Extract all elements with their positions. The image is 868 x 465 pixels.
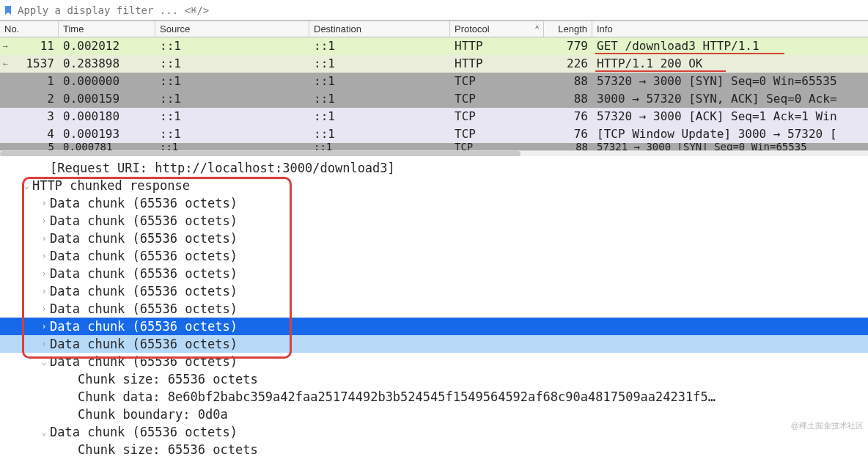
column-header-length[interactable]: Length <box>544 21 592 37</box>
cell-destination: ::1 <box>309 108 450 125</box>
bookmark-icon[interactable] <box>3 5 13 15</box>
tree-item-data-chunk[interactable]: › Data chunk (65536 octets) <box>0 282 868 300</box>
chevron-right-icon: › <box>38 247 50 265</box>
tree-item-chunked-response[interactable]: ⌄ HTTP chunked response <box>0 177 868 194</box>
tree-label: Data chunk (65536 octets) <box>50 423 238 441</box>
tree-item-request-uri[interactable]: [Request URI: http://localhost:3000/down… <box>0 159 868 177</box>
tree-label: Chunk data: 8e60bf2babc359a42faa25174492… <box>78 388 716 406</box>
tree-item-chunk-size[interactable]: Chunk size: 65536 octets <box>0 441 868 458</box>
packet-list-body[interactable]: → 11 0.002012 ::1 ::1 HTTP 779 GET /down… <box>0 37 868 150</box>
tree-item-data-chunk[interactable]: › Data chunk (65536 octets) <box>0 247 868 265</box>
tree-label: Chunk boundary: 0d0a <box>78 406 228 423</box>
tree-item-data-chunk[interactable]: › Data chunk (65536 octets) <box>0 212 868 230</box>
column-header-time[interactable]: Time <box>59 21 155 37</box>
cell-protocol: TCP <box>450 125 544 143</box>
cell-protocol: TCP <box>450 143 544 150</box>
chevron-right-icon: › <box>38 265 50 282</box>
cell-time: 0.000781 <box>59 143 155 150</box>
cell-protocol: HTTP <box>450 55 544 73</box>
tree-item-data-chunk-selected[interactable]: › Data chunk (65536 octets) <box>0 318 868 335</box>
cell-source: ::1 <box>155 37 309 55</box>
column-header-info[interactable]: Info <box>592 21 868 37</box>
annotation-underline <box>595 53 784 54</box>
cell-info: 3000 → 57320 [SYN, ACK] Seq=0 Ack= <box>592 90 868 108</box>
tree-item-data-chunk[interactable]: › Data chunk (65536 octets) <box>0 335 868 353</box>
tree-label: Data chunk (65536 octets) <box>50 265 238 282</box>
cell-time: 0.002012 <box>59 37 155 55</box>
tree-item-chunk-boundary[interactable]: Chunk boundary: 0d0a <box>0 406 868 423</box>
tree-item-data-chunk[interactable]: › Data chunk (65536 octets) <box>0 300 868 318</box>
chevron-down-icon: ⌄ <box>21 177 32 194</box>
cell-time: 0.000159 <box>59 90 155 108</box>
cell-length: 88 <box>544 143 592 150</box>
column-header-source[interactable]: Source <box>155 21 309 37</box>
cell-protocol: TCP <box>450 73 544 90</box>
tree-item-data-chunk-open[interactable]: ⌄ Data chunk (65536 octets) <box>0 353 868 370</box>
tree-item-data-chunk[interactable]: › Data chunk (65536 octets) <box>0 265 868 282</box>
cell-source: ::1 <box>155 108 309 125</box>
cell-destination: ::1 <box>309 143 450 150</box>
scrollbar-thumb[interactable] <box>0 151 521 156</box>
tree-label: Data chunk (65536 octets) <box>50 230 238 247</box>
chevron-down-icon: ⌄ <box>38 353 50 370</box>
tree-label: Data chunk (65536 octets) <box>50 300 238 318</box>
display-filter-input[interactable] <box>16 0 865 20</box>
cell-source: ::1 <box>155 73 309 90</box>
cell-no: 5 <box>10 143 59 150</box>
cell-protocol: TCP <box>450 108 544 125</box>
tree-item-data-chunk-open[interactable]: ⌄ Data chunk (65536 octets) <box>0 423 868 441</box>
cell-source: ::1 <box>155 143 309 150</box>
filter-bar <box>0 0 868 21</box>
cell-no: 1 <box>10 73 59 90</box>
table-row[interactable]: 3 0.000180 ::1 ::1 TCP 76 57320 → 3000 [… <box>0 108 868 125</box>
cell-protocol: HTTP <box>450 37 544 55</box>
cell-destination: ::1 <box>309 55 450 73</box>
chevron-right-icon: › <box>38 194 50 212</box>
table-row[interactable]: 1 0.000000 ::1 ::1 TCP 88 57320 → 3000 [… <box>0 73 868 90</box>
annotation-underline <box>595 70 726 72</box>
table-row[interactable]: 4 0.000193 ::1 ::1 TCP 76 [TCP Window Up… <box>0 125 868 143</box>
column-header-destination[interactable]: Destination <box>309 21 450 37</box>
cell-destination: ::1 <box>309 37 450 55</box>
tree-item-data-chunk[interactable]: › Data chunk (65536 octets) <box>0 194 868 212</box>
table-row[interactable]: ← 1537 0.283898 ::1 ::1 HTTP 226 HTTP/1.… <box>0 55 868 73</box>
tree-item-chunk-data[interactable]: Chunk data: 8e60bf2babc359a42faa25174492… <box>0 388 868 406</box>
cell-no: 2 <box>10 90 59 108</box>
table-row[interactable]: 5 0.000781 ::1 ::1 TCP 88 57321 → 3000 [… <box>0 143 868 150</box>
cell-length: 226 <box>544 55 592 73</box>
cell-time: 0.000000 <box>59 73 155 90</box>
cell-length: 88 <box>544 73 592 90</box>
tree-item-chunk-size[interactable]: Chunk size: 65536 octets <box>0 370 868 388</box>
tree-label: Data chunk (65536 octets) <box>50 212 238 230</box>
cell-info: [TCP Window Update] 3000 → 57320 [ <box>592 125 868 143</box>
related-arrow-icon: → <box>0 41 10 51</box>
cell-length: 88 <box>544 90 592 108</box>
cell-source: ::1 <box>155 55 309 73</box>
chevron-right-icon: › <box>38 212 50 230</box>
chevron-right-icon: › <box>38 335 50 353</box>
cell-info: 57320 → 3000 [SYN] Seq=0 Win=65535 <box>592 73 868 90</box>
packet-details-tree[interactable]: [Request URI: http://localhost:3000/down… <box>0 156 868 465</box>
cell-time: 0.283898 <box>59 55 155 73</box>
chevron-right-icon: › <box>38 230 50 247</box>
related-arrow-icon: ← <box>0 59 10 69</box>
table-row[interactable]: → 11 0.002012 ::1 ::1 HTTP 779 GET /down… <box>0 37 868 55</box>
tree-item-data-chunk[interactable]: › Data chunk (65536 octets) <box>0 230 868 247</box>
cell-destination: ::1 <box>309 73 450 90</box>
cell-length: 76 <box>544 108 592 125</box>
cell-length: 76 <box>544 125 592 143</box>
packet-list: No. Time Source Destination Protocol ^ L… <box>0 21 868 156</box>
table-row[interactable]: 2 0.000159 ::1 ::1 TCP 88 3000 → 57320 [… <box>0 90 868 108</box>
chevron-right-icon: › <box>38 282 50 300</box>
tree-label: Data chunk (65536 octets) <box>50 282 238 300</box>
cell-destination: ::1 <box>309 90 450 108</box>
cell-info: 57320 → 3000 [ACK] Seq=1 Ack=1 Win <box>592 108 868 125</box>
cell-no: 3 <box>10 108 59 125</box>
column-header-protocol[interactable]: Protocol ^ <box>450 21 544 37</box>
tree-label: HTTP chunked response <box>32 177 190 194</box>
cell-destination: ::1 <box>309 125 450 143</box>
column-header-no[interactable]: No. <box>0 21 59 37</box>
horizontal-scrollbar[interactable] <box>0 150 868 156</box>
cell-source: ::1 <box>155 90 309 108</box>
cell-source: ::1 <box>155 125 309 143</box>
